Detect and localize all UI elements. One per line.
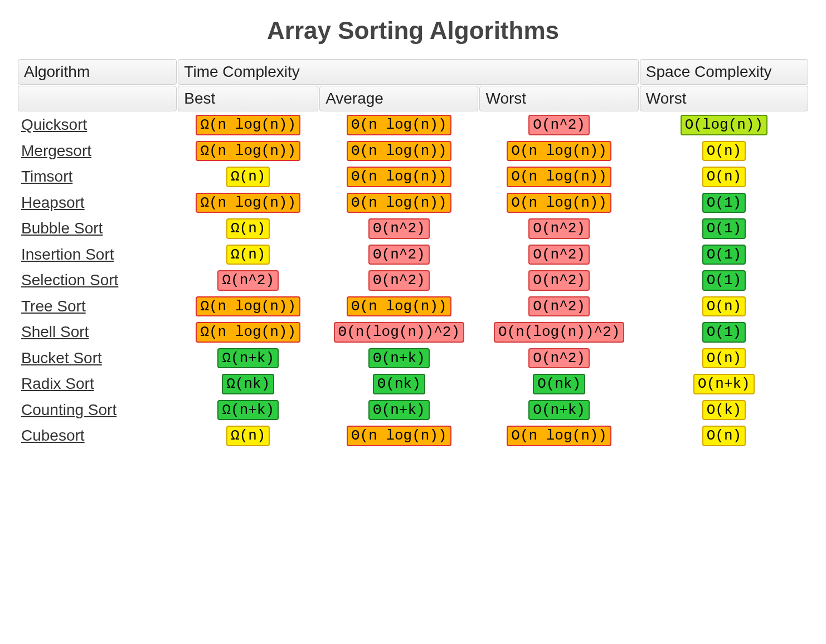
space-cell: O(n) — [640, 139, 808, 164]
table-row: Selection SortΩ(n^2)Θ(n^2)O(n^2)O(1) — [18, 268, 808, 293]
average-cell: Θ(n log(n)) — [319, 164, 478, 189]
sorting-algorithms-table: Algorithm Time Complexity Space Complexi… — [17, 58, 809, 450]
best-cell: Ω(n^2) — [178, 268, 318, 293]
algorithm-link[interactable]: Radix Sort — [21, 375, 94, 392]
space-cell: O(1) — [640, 191, 808, 216]
algorithm-link[interactable]: Mergesort — [21, 142, 91, 159]
algorithm-link[interactable]: Bucket Sort — [21, 349, 102, 367]
table-row: Shell SortΩ(n log(n))Θ(n(log(n))^2)O(n(l… — [18, 320, 808, 345]
complexity-tag: O(n) — [702, 426, 746, 446]
complexity-tag: O(n^2) — [528, 218, 590, 239]
best-cell: Ω(n log(n)) — [178, 320, 318, 345]
algorithm-link[interactable]: Cubesort — [21, 427, 85, 444]
best-cell: Ω(n) — [178, 164, 318, 189]
complexity-tag: Θ(n log(n)) — [347, 115, 451, 135]
algorithm-cell: Heapsort — [18, 191, 177, 216]
algorithm-cell: Timsort — [18, 164, 177, 189]
complexity-tag: Ω(n+k) — [217, 348, 279, 369]
best-cell: Ω(n) — [178, 216, 318, 241]
best-cell: Ω(n log(n)) — [178, 191, 318, 216]
space-cell: O(n) — [640, 346, 808, 371]
average-cell: Θ(n(log(n))^2) — [319, 320, 478, 345]
complexity-tag: O(n log(n)) — [507, 426, 611, 446]
complexity-tag: O(n^2) — [528, 245, 590, 265]
worst-cell: O(n log(n)) — [479, 164, 638, 189]
best-cell: Ω(n log(n)) — [178, 139, 318, 164]
complexity-tag: Θ(n^2) — [368, 270, 430, 291]
complexity-tag: O(1) — [702, 218, 746, 239]
average-cell: Θ(n log(n)) — [319, 423, 478, 448]
complexity-tag: Ω(n log(n)) — [196, 296, 300, 317]
best-cell: Ω(n+k) — [178, 346, 318, 371]
complexity-tag: Ω(n log(n)) — [196, 193, 300, 213]
average-cell: Θ(n^2) — [319, 216, 478, 241]
best-cell: Ω(n log(n)) — [178, 294, 318, 319]
algorithm-cell: Bucket Sort — [18, 346, 177, 371]
algorithm-link[interactable]: Tree Sort — [21, 297, 86, 315]
complexity-tag: O(n) — [702, 141, 746, 162]
complexity-tag: Θ(n(log(n))^2) — [334, 322, 464, 343]
algorithm-link[interactable]: Counting Sort — [21, 401, 116, 418]
complexity-tag: Θ(n log(n)) — [347, 296, 451, 317]
algorithm-link[interactable]: Bubble Sort — [21, 219, 103, 237]
algorithm-cell: Shell Sort — [18, 320, 177, 345]
algorithm-link[interactable]: Heapsort — [21, 194, 85, 211]
complexity-tag: Ω(n log(n)) — [196, 322, 300, 343]
header-worst-space: Worst — [640, 86, 808, 111]
complexity-tag: Ω(nk) — [222, 374, 274, 394]
complexity-tag: O(1) — [702, 193, 746, 213]
complexity-tag: O(1) — [702, 322, 746, 343]
complexity-tag: O(n^2) — [528, 115, 590, 135]
complexity-tag: O(n^2) — [528, 270, 590, 291]
average-cell: Θ(n log(n)) — [319, 113, 478, 138]
complexity-tag: Θ(n log(n)) — [347, 141, 451, 162]
complexity-tag: Θ(n^2) — [368, 245, 430, 265]
algorithm-link[interactable]: Quicksort — [21, 116, 87, 133]
table-row: QuicksortΩ(n log(n))Θ(n log(n))O(n^2)O(l… — [18, 113, 808, 138]
worst-cell: O(n^2) — [479, 268, 638, 293]
algorithm-cell: Selection Sort — [18, 268, 177, 293]
complexity-tag: O(n^2) — [528, 296, 590, 317]
worst-cell: O(n(log(n))^2) — [479, 320, 638, 345]
complexity-tag: O(n) — [702, 296, 746, 317]
algorithm-link[interactable]: Timsort — [21, 168, 72, 185]
worst-cell: O(n log(n)) — [479, 423, 638, 448]
worst-cell: O(n^2) — [479, 242, 638, 267]
algorithm-cell: Quicksort — [18, 113, 177, 138]
algorithm-link[interactable]: Insertion Sort — [21, 246, 114, 263]
algorithm-cell: Mergesort — [18, 139, 177, 164]
complexity-tag: Ω(n+k) — [217, 400, 279, 421]
header-best: Best — [178, 86, 318, 111]
worst-cell: O(n+k) — [479, 398, 638, 423]
average-cell: Θ(n+k) — [319, 398, 478, 423]
complexity-tag: Ω(n log(n)) — [196, 141, 300, 162]
complexity-tag: Θ(n+k) — [368, 400, 430, 421]
space-cell: O(1) — [640, 320, 808, 345]
complexity-tag: Ω(n log(n)) — [196, 115, 300, 135]
header-worst-time: Worst — [479, 86, 638, 111]
header-space-complexity: Space Complexity — [640, 59, 808, 85]
algorithm-link[interactable]: Selection Sort — [21, 271, 118, 289]
best-cell: Ω(n+k) — [178, 398, 318, 423]
complexity-tag: Θ(n+k) — [368, 348, 430, 369]
best-cell: Ω(n) — [178, 242, 318, 267]
best-cell: Ω(n) — [178, 423, 318, 448]
header-time-complexity: Time Complexity — [178, 59, 638, 85]
complexity-tag: O(n log(n)) — [507, 193, 611, 213]
average-cell: Θ(n^2) — [319, 268, 478, 293]
complexity-tag: O(n^2) — [528, 348, 590, 369]
complexity-tag: Ω(n) — [226, 245, 270, 265]
complexity-tag: Θ(n log(n)) — [347, 193, 451, 213]
average-cell: Θ(n^2) — [319, 242, 478, 267]
table-row: HeapsortΩ(n log(n))Θ(n log(n))O(n log(n)… — [18, 191, 808, 216]
average-cell: Θ(nk) — [319, 372, 478, 397]
header-row-2: Best Average Worst Worst — [18, 86, 808, 111]
complexity-tag: O(n(log(n))^2) — [494, 322, 624, 343]
algorithm-link[interactable]: Shell Sort — [21, 323, 89, 340]
average-cell: Θ(n log(n)) — [319, 191, 478, 216]
header-algorithm: Algorithm — [18, 59, 177, 85]
complexity-tag: O(1) — [702, 270, 746, 291]
best-cell: Ω(nk) — [178, 372, 318, 397]
space-cell: O(k) — [640, 398, 808, 423]
complexity-tag: O(n) — [702, 348, 746, 369]
